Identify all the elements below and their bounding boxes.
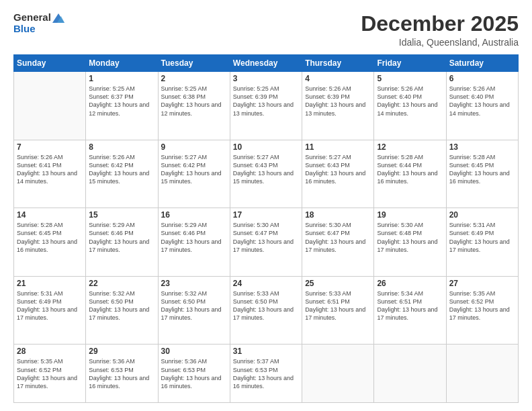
page: General Blue December 2025 Idalia, Queen… xyxy=(0,0,532,411)
day-info: Sunrise: 5:35 AM Sunset: 6:52 PM Dayligh… xyxy=(17,357,83,390)
day-number: 24 xyxy=(233,279,299,288)
table-row: 14Sunrise: 5:28 AM Sunset: 6:45 PM Dayli… xyxy=(14,208,86,277)
day-info: Sunrise: 5:26 AM Sunset: 6:42 PM Dayligh… xyxy=(89,153,154,186)
day-info: Sunrise: 5:30 AM Sunset: 6:47 PM Dayligh… xyxy=(305,221,371,254)
day-info: Sunrise: 5:36 AM Sunset: 6:53 PM Dayligh… xyxy=(89,357,154,390)
day-number: 14 xyxy=(17,210,83,220)
day-number: 25 xyxy=(305,279,371,288)
day-info: Sunrise: 5:31 AM Sunset: 6:49 PM Dayligh… xyxy=(449,221,515,254)
day-info: Sunrise: 5:27 AM Sunset: 6:42 PM Dayligh… xyxy=(161,153,227,186)
logo-line1: General xyxy=(13,12,64,24)
table-row: 5Sunrise: 5:26 AM Sunset: 6:40 PM Daylig… xyxy=(374,72,446,140)
table-row: 19Sunrise: 5:30 AM Sunset: 6:48 PM Dayli… xyxy=(374,208,446,277)
day-number: 1 xyxy=(89,74,154,83)
day-info: Sunrise: 5:26 AM Sunset: 6:40 PM Dayligh… xyxy=(377,85,443,118)
table-row: 15Sunrise: 5:29 AM Sunset: 6:46 PM Dayli… xyxy=(86,208,158,277)
table-row: 29Sunrise: 5:36 AM Sunset: 6:53 PM Dayli… xyxy=(86,345,158,403)
day-number: 10 xyxy=(233,142,299,152)
calendar-table: Sunday Monday Tuesday Wednesday Thursday… xyxy=(13,54,519,403)
table-row: 8Sunrise: 5:26 AM Sunset: 6:42 PM Daylig… xyxy=(86,140,158,208)
day-info: Sunrise: 5:26 AM Sunset: 6:40 PM Dayligh… xyxy=(449,85,515,118)
day-info: Sunrise: 5:26 AM Sunset: 6:41 PM Dayligh… xyxy=(17,153,83,186)
day-info: Sunrise: 5:31 AM Sunset: 6:49 PM Dayligh… xyxy=(17,289,83,322)
table-row: 17Sunrise: 5:30 AM Sunset: 6:47 PM Dayli… xyxy=(230,208,302,277)
table-row xyxy=(14,72,86,140)
table-row xyxy=(374,345,446,403)
header: General Blue December 2025 Idalia, Queen… xyxy=(13,12,519,48)
table-row: 7Sunrise: 5:26 AM Sunset: 6:41 PM Daylig… xyxy=(14,140,86,208)
day-number: 27 xyxy=(449,279,515,288)
day-info: Sunrise: 5:34 AM Sunset: 6:51 PM Dayligh… xyxy=(377,289,443,322)
day-number: 4 xyxy=(305,74,371,83)
table-row: 18Sunrise: 5:30 AM Sunset: 6:47 PM Dayli… xyxy=(302,208,374,277)
day-number: 3 xyxy=(233,74,299,83)
day-info: Sunrise: 5:28 AM Sunset: 6:45 PM Dayligh… xyxy=(449,153,515,186)
table-row: 25Sunrise: 5:33 AM Sunset: 6:51 PM Dayli… xyxy=(302,276,374,345)
table-row: 20Sunrise: 5:31 AM Sunset: 6:49 PM Dayli… xyxy=(446,208,518,277)
day-info: Sunrise: 5:25 AM Sunset: 6:38 PM Dayligh… xyxy=(161,85,227,118)
table-row: 12Sunrise: 5:28 AM Sunset: 6:44 PM Dayli… xyxy=(374,140,446,208)
day-info: Sunrise: 5:30 AM Sunset: 6:48 PM Dayligh… xyxy=(377,221,443,254)
table-row xyxy=(446,345,518,403)
day-number: 29 xyxy=(89,347,154,356)
logo-line2: Blue xyxy=(13,24,64,35)
day-number: 28 xyxy=(17,347,83,356)
day-number: 15 xyxy=(89,210,154,220)
day-number: 2 xyxy=(161,74,227,83)
table-row xyxy=(302,345,374,403)
day-info: Sunrise: 5:28 AM Sunset: 6:44 PM Dayligh… xyxy=(377,153,443,186)
main-title: December 2025 xyxy=(361,12,519,36)
col-friday: Friday xyxy=(374,55,446,72)
table-row: 6Sunrise: 5:26 AM Sunset: 6:40 PM Daylig… xyxy=(446,72,518,140)
table-row: 11Sunrise: 5:27 AM Sunset: 6:43 PM Dayli… xyxy=(302,140,374,208)
title-block: December 2025 Idalia, Queensland, Austra… xyxy=(361,12,519,48)
day-info: Sunrise: 5:29 AM Sunset: 6:46 PM Dayligh… xyxy=(161,221,227,254)
col-tuesday: Tuesday xyxy=(158,55,230,72)
day-info: Sunrise: 5:35 AM Sunset: 6:52 PM Dayligh… xyxy=(449,289,515,322)
day-number: 17 xyxy=(233,210,299,220)
col-sunday: Sunday xyxy=(14,55,86,72)
table-row: 31Sunrise: 5:37 AM Sunset: 6:53 PM Dayli… xyxy=(230,345,302,403)
table-row: 22Sunrise: 5:32 AM Sunset: 6:50 PM Dayli… xyxy=(86,276,158,345)
day-info: Sunrise: 5:32 AM Sunset: 6:50 PM Dayligh… xyxy=(89,289,154,322)
table-row: 23Sunrise: 5:32 AM Sunset: 6:50 PM Dayli… xyxy=(158,276,230,345)
day-number: 9 xyxy=(161,142,227,152)
day-number: 23 xyxy=(161,279,227,288)
day-number: 31 xyxy=(233,347,299,356)
day-number: 6 xyxy=(449,74,515,83)
day-number: 11 xyxy=(305,142,371,152)
day-info: Sunrise: 5:27 AM Sunset: 6:43 PM Dayligh… xyxy=(233,153,299,186)
table-row: 3Sunrise: 5:25 AM Sunset: 6:39 PM Daylig… xyxy=(230,72,302,140)
day-info: Sunrise: 5:36 AM Sunset: 6:53 PM Dayligh… xyxy=(161,357,227,390)
day-info: Sunrise: 5:26 AM Sunset: 6:39 PM Dayligh… xyxy=(305,85,371,118)
day-number: 18 xyxy=(305,210,371,220)
table-row: 30Sunrise: 5:36 AM Sunset: 6:53 PM Dayli… xyxy=(158,345,230,403)
table-row: 16Sunrise: 5:29 AM Sunset: 6:46 PM Dayli… xyxy=(158,208,230,277)
day-number: 16 xyxy=(161,210,227,220)
day-number: 7 xyxy=(17,142,83,152)
col-monday: Monday xyxy=(86,55,158,72)
day-number: 30 xyxy=(161,347,227,356)
col-wednesday: Wednesday xyxy=(230,55,302,72)
day-info: Sunrise: 5:37 AM Sunset: 6:53 PM Dayligh… xyxy=(233,357,299,390)
col-thursday: Thursday xyxy=(302,55,374,72)
table-row: 4Sunrise: 5:26 AM Sunset: 6:39 PM Daylig… xyxy=(302,72,374,140)
day-number: 20 xyxy=(449,210,515,220)
day-info: Sunrise: 5:33 AM Sunset: 6:51 PM Dayligh… xyxy=(305,289,371,322)
day-number: 13 xyxy=(449,142,515,152)
day-info: Sunrise: 5:28 AM Sunset: 6:45 PM Dayligh… xyxy=(17,221,83,254)
table-row: 2Sunrise: 5:25 AM Sunset: 6:38 PM Daylig… xyxy=(158,72,230,140)
day-number: 5 xyxy=(377,74,443,83)
logo: General Blue xyxy=(13,12,64,34)
col-saturday: Saturday xyxy=(446,55,518,72)
day-info: Sunrise: 5:32 AM Sunset: 6:50 PM Dayligh… xyxy=(161,289,227,322)
day-number: 19 xyxy=(377,210,443,220)
table-row: 21Sunrise: 5:31 AM Sunset: 6:49 PM Dayli… xyxy=(14,276,86,345)
subtitle: Idalia, Queensland, Australia xyxy=(361,37,519,48)
table-row: 28Sunrise: 5:35 AM Sunset: 6:52 PM Dayli… xyxy=(14,345,86,403)
day-info: Sunrise: 5:27 AM Sunset: 6:43 PM Dayligh… xyxy=(305,153,371,186)
day-number: 21 xyxy=(17,279,83,288)
day-number: 8 xyxy=(89,142,154,152)
day-info: Sunrise: 5:25 AM Sunset: 6:39 PM Dayligh… xyxy=(233,85,299,118)
table-row: 27Sunrise: 5:35 AM Sunset: 6:52 PM Dayli… xyxy=(446,276,518,345)
